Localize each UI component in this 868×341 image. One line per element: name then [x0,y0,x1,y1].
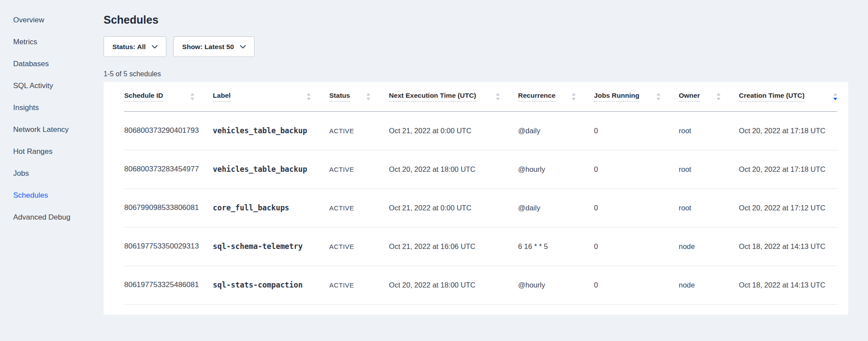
sidebar-item-sql-activity[interactable]: SQL Activity [0,75,104,97]
sidebar-item-label: Overview [13,16,44,25]
show-limit-dropdown[interactable]: Show: Latest 50 [173,36,255,57]
page-title: Schedules [104,13,868,27]
column-header-label: Status [329,92,350,102]
sidebar-item-label: Jobs [13,169,29,178]
results-count: 1-5 of 5 schedules [104,70,868,78]
sidebar-item-overview[interactable]: Overview [0,9,104,31]
sidebar-item-label: SQL Activity [13,82,53,90]
schedule-status-badge: ACTIVE [329,281,354,289]
sidebar-item-label: Schedules [13,191,48,200]
schedule-recurrence: @hourly [518,165,545,173]
schedule-next-execution-time: Oct 20, 2022 at 18:00 UTC [389,281,475,289]
table-header-row: Schedule ID Label Status [124,82,837,111]
schedule-label: sql-schema-telemetry [213,242,303,251]
schedule-status-badge: ACTIVE [329,204,354,212]
schedule-creation-time: Oct 20, 2022 at 17:18 UTC [739,165,825,173]
schedule-label: vehicles_table_backup [213,126,307,135]
schedule-id: 806800373283454977 [124,165,199,173]
column-header-owner[interactable]: Owner [679,82,739,111]
schedule-next-execution-time: Oct 21, 2022 at 0:00 UTC [389,127,471,135]
schedule-owner: root [679,127,691,135]
column-header-inner: Next Execution Time (UTC) [389,92,499,102]
schedule-creation-time: Oct 18, 2022 at 14:13 UTC [739,242,825,250]
column-header-inner: Creation Time (UTC) [739,92,837,102]
column-header-next-execution-time-utc[interactable]: Next Execution Time (UTC) [389,82,518,111]
schedule-jobs-running: 0 [594,165,598,173]
sort-icon[interactable] [307,93,311,100]
column-header-label: Recurrence [518,92,556,102]
schedule-row: 806800373283454977 vehicles_table_backup… [124,150,837,188]
column-header-jobs-running[interactable]: Jobs Running [594,82,679,111]
schedule-row: 806799098533806081 core_full_backups ACT… [124,188,837,227]
schedule-next-execution-time: Oct 20, 2022 at 18:00 UTC [389,165,475,173]
schedule-label: vehicles_table_backup [213,165,307,174]
schedule-recurrence: @daily [518,127,541,135]
sidebar-item-hot-ranges[interactable]: Hot Ranges [0,141,104,163]
sidebar-item-label: Insights [13,103,39,112]
column-header-status[interactable]: Status [329,82,389,111]
sidebar-nav: Overview Metrics Databases SQL Activity … [0,0,104,341]
column-header-label: Owner [679,92,700,102]
column-header-inner: Status [329,92,370,102]
schedule-id: 806799098533806081 [124,203,199,212]
schedule-id: 806197753325486081 [124,281,199,289]
column-header-label: Schedule ID [124,92,163,102]
sort-icon[interactable] [572,93,576,100]
column-header-schedule-id[interactable]: Schedule ID [124,82,213,111]
sidebar-item-label: Databases [13,60,49,68]
column-header-inner: Label [213,92,311,102]
schedule-jobs-running: 0 [594,242,598,250]
column-header-inner: Recurrence [518,92,576,102]
sidebar-item-jobs[interactable]: Jobs [0,163,104,185]
column-header-label: Jobs Running [594,92,639,102]
schedule-creation-time: Oct 18, 2022 at 14:13 UTC [739,281,825,289]
column-header-label: Next Execution Time (UTC) [389,92,476,102]
sort-icon[interactable] [656,93,660,100]
status-filter-dropdown[interactable]: Status: All [104,36,166,57]
sidebar-item-label: Advanced Debug [13,213,70,222]
table-body: 806800373290401793 vehicles_table_backup… [124,111,837,304]
sidebar-item-metrics[interactable]: Metrics [0,31,104,53]
sort-icon[interactable] [717,93,721,100]
schedule-id: 806197753350029313 [124,242,199,250]
schedule-owner: root [679,165,691,173]
schedule-recurrence: @hourly [518,281,545,289]
sidebar-item-insights[interactable]: Insights [0,97,104,119]
sidebar-item-schedules[interactable]: Schedules [0,185,104,206]
schedule-row: 806197753350029313 sql-schema-telemetry … [124,227,837,266]
sort-icon[interactable] [496,93,500,100]
column-header-label[interactable]: Label [213,82,329,111]
sidebar-item-databases[interactable]: Databases [0,53,104,75]
schedule-label: sql-stats-compaction [213,281,303,289]
column-header-inner: Owner [679,92,721,102]
schedule-jobs-running: 0 [594,281,598,289]
main-content: Schedules Status: All Show: Latest 50 1-… [104,0,868,315]
schedule-id: 806800373290401793 [124,126,199,135]
schedule-owner: node [679,242,695,250]
schedule-jobs-running: 0 [594,204,598,212]
sidebar-item-label: Network Latency [13,125,69,134]
schedule-owner: root [679,204,691,212]
status-filter-label: Status: All [112,43,146,51]
schedule-owner: node [679,281,695,289]
table-header: Schedule ID Label Status [124,82,837,111]
sort-icon[interactable] [833,93,837,100]
sidebar-item-label: Metrics [13,38,37,46]
column-header-creation-time-utc[interactable]: Creation Time (UTC) [739,82,837,111]
filter-bar: Status: All Show: Latest 50 [104,36,868,57]
schedule-next-execution-time: Oct 21, 2022 at 16:06 UTC [389,242,475,250]
column-header-recurrence[interactable]: Recurrence [518,82,594,111]
schedule-creation-time: Oct 20, 2022 at 17:12 UTC [739,204,825,212]
schedule-recurrence: 6 16 * * 5 [518,242,548,250]
sort-icon[interactable] [366,93,370,100]
sort-icon[interactable] [190,93,194,100]
schedules-table-card: Schedule ID Label Status [104,82,848,315]
column-header-label: Creation Time (UTC) [739,92,805,102]
chevron-down-icon [240,45,246,49]
column-header-label: Label [213,92,230,102]
schedule-status-badge: ACTIVE [329,243,354,250]
column-header-inner: Jobs Running [594,92,660,102]
sidebar-item-network-latency[interactable]: Network Latency [0,119,104,141]
sidebar-item-advanced-debug[interactable]: Advanced Debug [0,206,104,228]
sidebar-item-label: Hot Ranges [13,147,53,156]
